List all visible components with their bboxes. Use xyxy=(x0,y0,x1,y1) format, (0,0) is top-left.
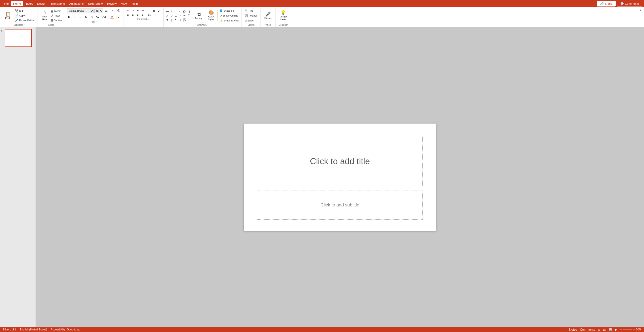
zoom-out-button[interactable]: − xyxy=(620,328,622,331)
shape-effects-button[interactable]: ✨ Shape Effects xyxy=(218,18,240,23)
shape-right-tri[interactable]: ◁ xyxy=(187,9,191,13)
shape-tri[interactable]: △ xyxy=(166,14,170,18)
canvas-area[interactable]: Click to add title Click to add subtitle xyxy=(36,27,644,327)
font-color-button[interactable]: A xyxy=(110,14,114,19)
shape-penta[interactable]: ⬠ xyxy=(174,14,178,18)
normal-view-button[interactable]: ⊞ xyxy=(598,328,600,331)
slide-thumbnail-1[interactable] xyxy=(5,29,32,47)
shape-brace[interactable]: ⌇ xyxy=(178,18,182,22)
copy-button[interactable]: 📄 Copy xyxy=(14,13,36,18)
char-spacing-button[interactable]: AV xyxy=(95,14,100,19)
highlight-button[interactable]: A xyxy=(115,14,120,19)
shape-rect[interactable]: ▬ xyxy=(166,9,170,13)
menu-transitions[interactable]: Transitions xyxy=(48,1,67,6)
menu-file[interactable]: File xyxy=(2,1,11,6)
font-size-select[interactable]: 18 xyxy=(94,8,103,13)
section-label: Section xyxy=(54,19,62,22)
clipboard-expand-icon[interactable]: ↗ xyxy=(24,24,26,26)
section-button[interactable]: ▦ Section xyxy=(50,18,63,22)
shape-arrow[interactable]: → xyxy=(178,14,182,18)
reading-view-button[interactable]: 📖 xyxy=(608,328,612,331)
select-button[interactable]: ⊡ Select xyxy=(244,18,258,23)
strikethrough-button[interactable]: S xyxy=(84,14,88,19)
numbering-button[interactable]: 1≡ xyxy=(130,8,135,12)
align-center-button[interactable]: ≡ xyxy=(130,13,135,17)
convert-smartart-button[interactable]: SA xyxy=(147,13,152,17)
new-slide-icon: 🗋 xyxy=(42,10,46,15)
menu-design[interactable]: Design xyxy=(35,1,48,6)
menu-home[interactable]: Home xyxy=(11,1,23,6)
replace-button[interactable]: 🔄 Replace xyxy=(244,13,258,18)
shape-more[interactable]: ⋯ xyxy=(187,18,191,22)
shape-bracket[interactable]: {} xyxy=(170,18,174,22)
underline-button[interactable]: U xyxy=(78,14,83,19)
inc-indent-button[interactable]: ⇥ xyxy=(140,8,145,12)
quick-styles-icon: 🎨 xyxy=(208,10,214,15)
line-spacing-button[interactable]: ↕ xyxy=(147,8,152,12)
title-placeholder[interactable]: Click to add title xyxy=(257,137,422,186)
shadow-button[interactable]: S xyxy=(89,14,94,19)
slideshow-view-button[interactable]: ▶ xyxy=(615,328,618,331)
shrink-font-button[interactable]: A- xyxy=(110,8,116,13)
shape-fill-button[interactable]: 🪣 Shape Fill xyxy=(218,8,240,13)
dictate-button[interactable]: 🎤 Dictate xyxy=(262,9,274,22)
zoom-level[interactable]: 60% xyxy=(636,328,641,331)
menu-view[interactable]: View xyxy=(119,1,130,6)
text-direction-button[interactable]: ⭯ xyxy=(157,8,161,12)
paste-button[interactable]: 📋 Paste xyxy=(3,9,13,22)
dec-indent-button[interactable]: ⇤ xyxy=(136,8,140,12)
font-name-select[interactable]: Calibri (Body) xyxy=(67,8,94,13)
notes-button[interactable]: Notes xyxy=(569,328,577,331)
shape-round-rect[interactable]: ▢ xyxy=(182,9,186,13)
comments-status-button[interactable]: Comments xyxy=(580,328,595,331)
arrange-button[interactable]: ⧉ Arrange xyxy=(193,9,205,22)
zoom-slider[interactable]: ───── xyxy=(623,328,632,331)
shape-wave[interactable]: 〜 xyxy=(174,18,178,22)
shape-curved[interactable]: ⌒ xyxy=(187,14,191,18)
shape-star[interactable]: ★ xyxy=(166,18,170,22)
comments-button[interactable]: 💬 Comments xyxy=(617,1,642,6)
align-left-button[interactable]: ≡ xyxy=(126,13,130,17)
menu-slideshow[interactable]: Slide Show xyxy=(86,1,105,6)
design-ideas-button[interactable]: 💡 DesignIdeas xyxy=(278,9,289,22)
reset-button[interactable]: ↺ Reset xyxy=(50,13,63,18)
shape-outline-button[interactable]: ⬡ Shape Outline xyxy=(218,13,240,18)
case-button[interactable]: Aa xyxy=(101,14,107,19)
drawing-group: ▬ ╲ ⬭ □ ▢ ◁ △ ◇ ⬠ → ⇒ ⌒ ★ {} 〜 xyxy=(164,8,242,26)
shape-line[interactable]: ╲ xyxy=(170,9,174,13)
bold-button[interactable]: B xyxy=(67,14,72,19)
menu-insert[interactable]: Insert xyxy=(23,1,35,6)
quick-styles-button[interactable]: 🎨 QuickStyles xyxy=(206,9,216,22)
find-button[interactable]: 🔍 Find xyxy=(244,8,258,13)
shape-effects-label: Shape Effects xyxy=(224,19,238,22)
ribbon-collapse-button[interactable]: ▲ xyxy=(638,8,643,12)
paragraph-expand-icon[interactable]: ↗ xyxy=(148,18,150,20)
bullets-button[interactable]: ≡ xyxy=(126,8,130,12)
shape-arrow2[interactable]: ⇒ xyxy=(182,14,186,18)
subtitle-placeholder[interactable]: Click to add subtitle xyxy=(257,191,422,220)
clear-format-button[interactable]: Ⓐ xyxy=(116,8,122,13)
slides-label-row: Slides xyxy=(48,23,54,26)
shape-diamond[interactable]: ◇ xyxy=(170,14,174,18)
align-right-button[interactable]: ≡ xyxy=(136,13,140,17)
slide-sorter-button[interactable]: ⊟ xyxy=(603,328,606,331)
menu-review[interactable]: Review xyxy=(105,1,119,6)
menu-animations[interactable]: Animations xyxy=(67,1,86,6)
layout-button[interactable]: ▤ Layout xyxy=(50,9,63,13)
menu-help[interactable]: Help xyxy=(130,1,140,6)
shape-oval[interactable]: ⬭ xyxy=(174,9,178,13)
cut-button[interactable]: ✂️ Cut xyxy=(14,9,36,13)
new-slide-button[interactable]: 🗋 NewSlide xyxy=(40,9,49,22)
shape-rect2[interactable]: □ xyxy=(178,9,182,13)
columns-button[interactable]: ▦ xyxy=(152,8,156,12)
font-expand-icon[interactable]: ↗ xyxy=(96,21,98,23)
drawing-expand-icon[interactable]: ↗ xyxy=(206,24,208,26)
share-button[interactable]: 🔗 Share xyxy=(597,1,616,6)
justify-button[interactable]: ≡ xyxy=(140,13,145,17)
shape-callout[interactable]: 💬 xyxy=(182,18,186,22)
format-painter-button[interactable]: 🖌️ Format Painter xyxy=(14,18,36,22)
slide-canvas[interactable]: Click to add title Click to add subtitle xyxy=(244,124,436,231)
zoom-in-button[interactable]: + xyxy=(633,328,635,331)
grow-font-button[interactable]: A+ xyxy=(104,8,110,13)
italic-button[interactable]: I xyxy=(72,14,77,19)
